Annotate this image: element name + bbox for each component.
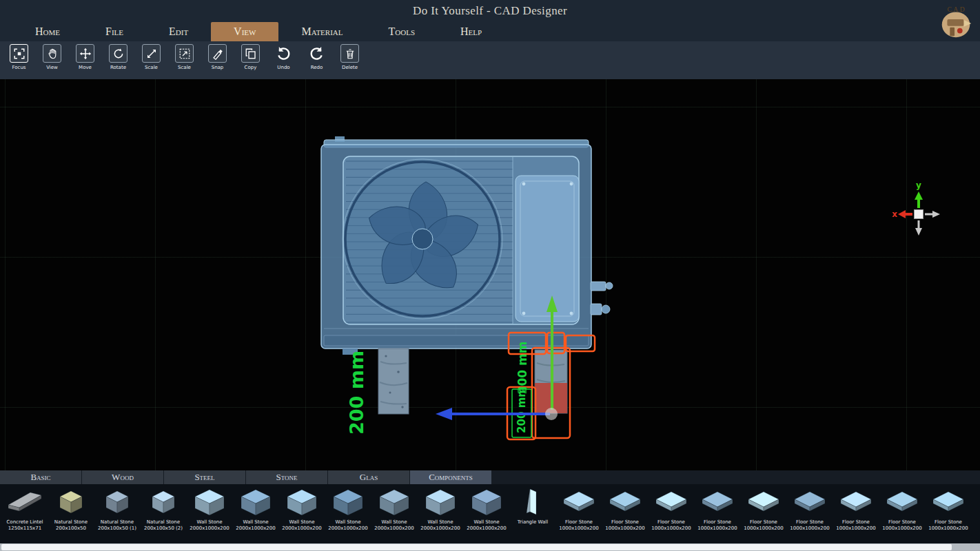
palette-item[interactable]: Floor Stone1000x1000x200: [790, 486, 829, 543]
palette-item[interactable]: Floor Stone1000x1000x200: [883, 486, 921, 543]
palette-item[interactable]: Natural Stone200x100x50 (2): [144, 486, 183, 543]
scale-box-icon: [178, 48, 191, 60]
menu-item-file[interactable]: File: [83, 22, 146, 41]
viewport[interactable]: 200 mm 200 mm 200 mm: [0, 79, 980, 470]
window-title: Do It Yourself - CAD Designer: [0, 4, 980, 18]
palette-item-label: Floor Stone1000x1000x200: [744, 519, 783, 532]
delete-button[interactable]: Delete: [336, 44, 363, 70]
orientation-gizmo[interactable]: y x: [892, 180, 940, 236]
palette-item-label: Floor Stone1000x1000x200: [559, 519, 598, 532]
app-logo-icon: C.A.D: [936, 1, 976, 41]
palette-item-label: Wall Stone2000x1000x200: [190, 519, 229, 532]
redo-icon: [309, 45, 325, 61]
stone-thumbnail: [744, 486, 783, 519]
palette-item[interactable]: Wall Stone2000x1000x200: [467, 486, 506, 543]
scene-canvas[interactable]: 200 mm 200 mm 200 mm: [0, 79, 980, 470]
stone-thumbnail: [236, 486, 275, 519]
move-gizmo-x-arrowhead[interactable]: [436, 408, 452, 420]
palette-item[interactable]: Floor Stone1000x1000x200: [652, 486, 691, 543]
palette-item[interactable]: Wall Stone2000x1000x200: [329, 486, 367, 543]
palette-item-label: Wall Stone2000x1000x200: [420, 519, 460, 532]
palette-item-label: Wall Stone2000x1000x200: [282, 519, 321, 532]
palette-item-label: Natural Stone200x100x50 (1): [98, 519, 136, 532]
stone-thumbnail: [606, 486, 644, 519]
palette-item[interactable]: Natural Stone200x100x50: [52, 486, 90, 543]
palette-item[interactable]: Wall Stone2000x1000x200: [190, 486, 229, 543]
palette-item[interactable]: Floor Stone1000x1000x200: [837, 486, 875, 543]
move-icon: [79, 48, 92, 60]
rotate-icon: [112, 48, 125, 60]
menu-item-view[interactable]: View: [211, 22, 278, 41]
toolbar-button-label: Copy: [245, 65, 257, 70]
tab-basic[interactable]: Basic: [0, 470, 81, 484]
palette-item[interactable]: Floor Stone1000x1000x200: [698, 486, 737, 543]
tab-wood[interactable]: Wood: [82, 470, 163, 484]
palette-item-label: Triangle Wall: [518, 519, 548, 526]
undo-button[interactable]: Undo: [270, 44, 297, 70]
palette-item[interactable]: Floor Stone1000x1000x200: [744, 486, 783, 543]
focus-button[interactable]: Focus: [6, 44, 32, 70]
snap-icon: [212, 48, 224, 60]
stone-thumbnail: [52, 486, 90, 519]
snap-button[interactable]: Snap: [204, 44, 231, 70]
palette-item-label: Floor Stone1000x1000x200: [790, 519, 829, 532]
stone-thumbnail: [790, 486, 829, 519]
tab-stone[interactable]: Stone: [246, 470, 327, 484]
palette-item-label: Floor Stone1000x1000x200: [836, 519, 875, 532]
toolbar-button-label: Delete: [342, 65, 358, 70]
tab-components[interactable]: Components: [410, 470, 491, 484]
app-window: Do It Yourself - CAD Designer C.A.D Home…: [0, 0, 980, 551]
palette-item[interactable]: Wall Stone2000x1000x200: [421, 486, 460, 543]
category-tabs: BasicWoodSteelStoneGlasComponents: [0, 470, 980, 484]
stone-palette: Concrete Lintel1250x115x71Natural Stone2…: [0, 484, 980, 543]
scale-button[interactable]: Scale: [138, 44, 165, 70]
stone-thumbnail: [375, 486, 414, 519]
horizontal-scrollbar[interactable]: [0, 543, 980, 551]
toolbar: FocusViewMoveRotateScaleScaleSnapCopyUnd…: [0, 41, 980, 79]
menu-item-material[interactable]: Material: [278, 22, 365, 41]
menu-item-help[interactable]: Help: [438, 22, 504, 41]
view-button[interactable]: View: [39, 44, 65, 70]
palette-item[interactable]: Floor Stone1000x1000x200: [929, 486, 968, 543]
stone-thumbnail: [837, 486, 875, 519]
gizmo-down-arrow[interactable]: [915, 228, 922, 236]
palette-item[interactable]: Concrete Lintel1250x115x71: [6, 486, 44, 543]
scrollbar-thumb[interactable]: [1, 544, 952, 550]
stone-thumbnail: [883, 486, 921, 519]
menu-item-tools[interactable]: Tools: [366, 22, 438, 41]
hvac-unit-drawing[interactable]: [321, 136, 613, 355]
scale-button[interactable]: Scale: [171, 44, 198, 70]
menu-item-home[interactable]: Home: [12, 22, 83, 41]
palette-item[interactable]: Triangle Wall: [513, 486, 552, 543]
copy-button[interactable]: Copy: [237, 44, 264, 70]
toolbar-button-label: Snap: [212, 65, 224, 70]
palette-item[interactable]: Natural Stone200x100x50 (1): [98, 486, 136, 543]
menu-item-edit[interactable]: Edit: [146, 22, 211, 41]
gizmo-x-arrow[interactable]: [898, 210, 906, 218]
tab-steel[interactable]: Steel: [164, 470, 245, 484]
palette-item[interactable]: Wall Stone2000x1000x200: [236, 486, 275, 543]
toolbar-button-label: Scale: [178, 65, 191, 70]
palette-item-label: Wall Stone2000x1000x200: [236, 519, 275, 532]
stone-support-left[interactable]: [378, 349, 409, 414]
move-gizmo-center[interactable]: [545, 408, 558, 420]
gizmo-y-label: y: [916, 180, 921, 190]
menu-bar: HomeFileEditViewMaterialToolsHelp: [0, 22, 980, 41]
move-button[interactable]: Move: [72, 44, 99, 70]
gizmo-right-arrow[interactable]: [932, 211, 940, 218]
palette-item[interactable]: Wall Stone2000x1000x200: [375, 486, 414, 543]
redo-button[interactable]: Redo: [303, 44, 330, 70]
gizmo-y-arrow[interactable]: [915, 191, 923, 200]
gizmo-center-cube[interactable]: [915, 210, 923, 219]
palette-item[interactable]: Wall Stone2000x1000x200: [283, 486, 321, 543]
dimension-label-boxed: 200 mm: [515, 386, 528, 433]
palette-item[interactable]: Floor Stone1000x1000x200: [606, 486, 644, 543]
rotate-button[interactable]: Rotate: [105, 44, 132, 70]
palette-item[interactable]: Floor Stone1000x1000x200: [560, 486, 598, 543]
copy-icon: [245, 48, 257, 60]
stone-thumbnail: [513, 486, 552, 519]
dimension-label-middle: 200 mm: [515, 342, 529, 395]
tab-glas[interactable]: Glas: [328, 470, 409, 484]
palette-item-label: Floor Stone1000x1000x200: [882, 519, 921, 532]
stone-thumbnail: [144, 486, 183, 519]
